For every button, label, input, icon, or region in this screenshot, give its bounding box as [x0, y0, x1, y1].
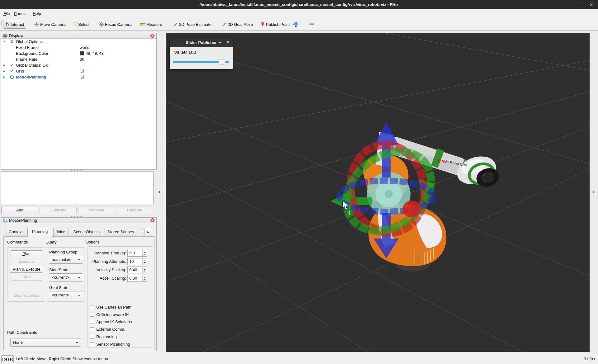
- remove-tool-button[interactable]: [309, 20, 315, 28]
- robot-wrist: [453, 152, 501, 190]
- tree-row-grid[interactable]: ▶ Grid: [1, 68, 156, 74]
- motionplanning-close-icon[interactable]: [150, 218, 154, 222]
- slider-value-label: Value: 100: [174, 50, 196, 55]
- external-comm-checkbox[interactable]: [90, 327, 94, 331]
- clear-octomap-button[interactable]: Clear octomap: [11, 292, 42, 299]
- expander-icon[interactable]: ▶: [3, 62, 5, 68]
- stop-button[interactable]: Stop: [11, 274, 42, 281]
- panel-splitter-collapse-icon[interactable]: ◀: [158, 190, 160, 193]
- expander-icon[interactable]: ▶: [3, 74, 5, 80]
- velocity-scaling-stepper[interactable]: 0.40: [127, 267, 147, 273]
- planning-time-row: Planning Time (s): 5.0: [90, 250, 147, 257]
- slider-dialog-titlebar[interactable]: Slider Publisher – ✕: [170, 38, 233, 47]
- background-color-value[interactable]: 48; 48; 48: [86, 50, 104, 56]
- velocity-scaling-label: Velocity Scaling:: [97, 267, 126, 273]
- planning-attempts-stepper[interactable]: 10: [127, 258, 147, 265]
- collision-aware-ik-checkbox[interactable]: [90, 313, 94, 317]
- displays-close-icon[interactable]: [150, 34, 154, 38]
- window-close-button[interactable]: ✕: [587, 0, 596, 9]
- tab-stored-scenes[interactable]: Stored Scenes: [104, 228, 137, 236]
- expander-icon[interactable]: ▼: [3, 39, 6, 45]
- add-tool-button[interactable]: [293, 20, 299, 28]
- reset-button[interactable]: Reset: [1, 355, 14, 363]
- menu-help[interactable]: Help: [30, 9, 44, 18]
- planning-group-dropdown[interactable]: manipulator: [49, 256, 83, 264]
- duplicate-display-button[interactable]: Duplicate: [40, 206, 77, 214]
- accel-scaling-label: Accel. Scaling:: [100, 275, 126, 282]
- query-group: Planning Group: manipulator Start State:…: [47, 247, 84, 302]
- replanning-checkbox[interactable]: [90, 335, 94, 339]
- select-icon: [72, 22, 77, 27]
- tab-planning[interactable]: Planning: [27, 227, 52, 237]
- start-state-dropdown[interactable]: <current>: [49, 273, 83, 281]
- spinner-arrows-icon[interactable]: [142, 250, 147, 256]
- right-splitter-collapse-icon[interactable]: ◀: [592, 190, 594, 193]
- 3d-viewport[interactable]: FANUC Robot CRX: [166, 33, 590, 352]
- tab-joints[interactable]: Joints: [53, 228, 69, 236]
- grid-icon: [10, 69, 15, 73]
- approx-ik-solutions-checkbox[interactable]: [90, 320, 94, 324]
- goal-pose-tool-button[interactable]: 2D Goal Pose: [222, 20, 253, 28]
- tree-row-frame-rate[interactable]: Frame Rate 30: [1, 56, 156, 62]
- dialog-close-button[interactable]: ✕: [224, 38, 231, 47]
- horizontal-splitter[interactable]: [71, 216, 83, 217]
- path-constraints-dropdown[interactable]: None: [10, 338, 81, 347]
- plan-button[interactable]: Plan: [11, 250, 42, 257]
- execute-button[interactable]: Execute: [11, 258, 42, 265]
- plan-and-execute-button[interactable]: Plan & Execute: [10, 266, 43, 273]
- motionplanning-checkbox[interactable]: [80, 75, 84, 79]
- sensor-positioning-checkbox[interactable]: [90, 342, 94, 346]
- motionplanning-panel: MotionPlanning Context Planning Joints S…: [1, 217, 157, 351]
- tab-context[interactable]: Context: [4, 228, 27, 236]
- display-description-box: [1, 171, 154, 205]
- rename-display-button[interactable]: Rename: [117, 206, 152, 214]
- toolbar-drag-handle[interactable]: [1, 21, 2, 28]
- spinner-arrows-icon[interactable]: [142, 258, 147, 265]
- focus-camera-tool-button[interactable]: Focus Camera: [99, 20, 131, 28]
- tree-row-background-color[interactable]: Background Color 48; 48; 48: [1, 50, 156, 56]
- expander-icon[interactable]: ▶: [3, 68, 5, 74]
- planning-attempts-row: Planning Attempts: 10: [90, 258, 147, 265]
- remove-display-button[interactable]: Remove: [78, 206, 115, 214]
- accel-scaling-stepper[interactable]: 0.30: [127, 275, 147, 282]
- motionplanning-panel-header[interactable]: MotionPlanning: [1, 218, 156, 223]
- chevron-down-icon: [78, 259, 80, 261]
- select-tool-button[interactable]: Select: [72, 20, 89, 28]
- dialog-minimize-button[interactable]: –: [216, 38, 224, 47]
- fixed-frame-value[interactable]: world: [80, 45, 89, 50]
- marker-red-handle: [402, 201, 421, 217]
- spinner-arrows-icon[interactable]: [142, 267, 147, 273]
- planning-time-stepper[interactable]: 5.0: [127, 250, 147, 257]
- frame-rate-value[interactable]: 30: [80, 56, 84, 62]
- chevron-down-icon: [78, 295, 80, 296]
- title-bar[interactable]: /home/nbb/ws_fanuc/install/fanuc_moveit_…: [0, 0, 598, 9]
- pose-estimate-tool-button[interactable]: 2D Pose Estimate: [173, 20, 211, 28]
- tool-bar: Interact Move Camera Select Focus Camera…: [0, 18, 598, 31]
- slider-publisher-dialog[interactable]: Slider Publisher – ✕ Value: 100: [170, 38, 233, 69]
- focus-camera-icon: [99, 22, 104, 27]
- gear-icon: ⚙: [10, 39, 15, 44]
- displays-panel: Displays ▼ ⚙ Global Options Fixed Frame …: [1, 33, 157, 170]
- goal-state-dropdown[interactable]: <current>: [49, 291, 83, 299]
- use-cartesian-path-checkbox[interactable]: [90, 305, 94, 309]
- planning-attempts-label: Planning Attempts:: [93, 258, 126, 265]
- window-minimize-button[interactable]: –: [576, 0, 584, 9]
- add-display-button[interactable]: Add: [1, 206, 38, 214]
- measure-tool-button[interactable]: Measure: [140, 20, 162, 28]
- displays-panel-header[interactable]: Displays: [1, 33, 156, 39]
- tree-row-motionplanning[interactable]: ▶ MotionPlanning: [1, 74, 156, 80]
- interact-tool-button[interactable]: Interact: [3, 20, 26, 29]
- spinner-arrows-icon[interactable]: [142, 275, 147, 281]
- tree-row-fixed-frame[interactable]: Fixed Frame world: [1, 45, 156, 50]
- menu-panels[interactable]: Panels: [11, 9, 29, 18]
- tab-scene-objects[interactable]: Scene Objects: [70, 228, 103, 236]
- color-swatch[interactable]: [80, 51, 84, 55]
- slider-handle[interactable]: [219, 59, 225, 64]
- move-camera-tool-button[interactable]: Move Camera: [34, 20, 66, 28]
- tree-row-global-status[interactable]: ▶ ✓ Global Status: Ok: [1, 62, 156, 68]
- tab-scroll-left-icon[interactable]: ◀: [139, 229, 144, 236]
- tab-scroll-right-icon[interactable]: ▶: [145, 228, 152, 236]
- grid-checkbox[interactable]: [80, 69, 84, 73]
- tree-row-global-options[interactable]: ▼ ⚙ Global Options: [1, 39, 156, 45]
- main-area: Displays ▼ ⚙ Global Options Fixed Frame …: [0, 31, 598, 354]
